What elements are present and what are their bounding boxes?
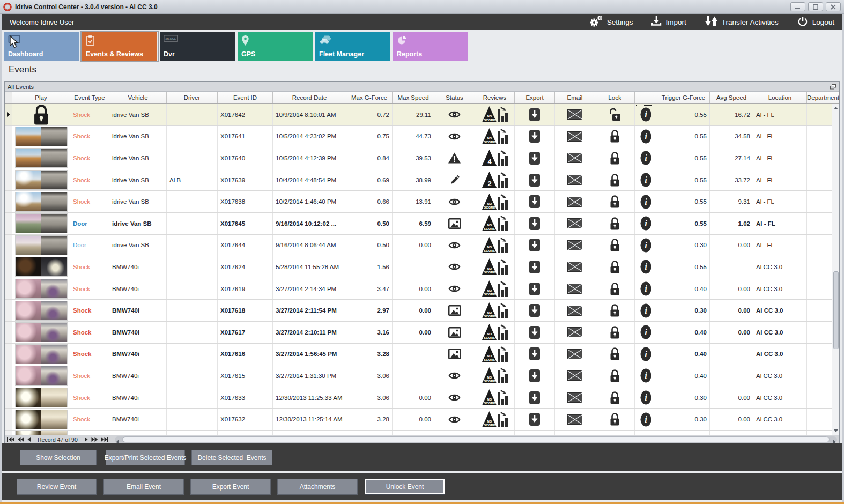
info-icon[interactable]: i xyxy=(635,213,657,234)
eye-icon[interactable] xyxy=(434,191,475,212)
email-icon[interactable] xyxy=(555,104,595,125)
unlock-event-button[interactable]: Unlock Event xyxy=(365,479,445,495)
event-thumbnail[interactable] xyxy=(12,322,70,343)
event-thumbnail[interactable] xyxy=(12,235,70,256)
event-thumbnail[interactable] xyxy=(12,126,70,147)
export-icon[interactable] xyxy=(515,322,555,343)
info-icon[interactable]: i xyxy=(635,409,657,430)
export-print-selected-events-button[interactable]: Export/Print Selected Events xyxy=(106,450,185,465)
column-header-info[interactable] xyxy=(635,92,657,103)
email-icon[interactable] xyxy=(555,300,595,321)
transfer-activities-button[interactable]: Transfer Activities xyxy=(705,16,779,28)
event-thumbnail[interactable] xyxy=(12,147,70,169)
event-row[interactable]: ShockBMW740iX01763212/30/2013 11:25:14 A… xyxy=(5,409,832,431)
column-header-email[interactable]: Email xyxy=(555,92,595,103)
export-icon[interactable] xyxy=(515,365,555,387)
lock-icon[interactable] xyxy=(595,365,635,387)
row-selector[interactable] xyxy=(5,409,12,430)
review-score-badge[interactable]: NOSCORE xyxy=(475,126,515,147)
review-score-badge[interactable] xyxy=(475,431,515,435)
eye-icon[interactable] xyxy=(434,409,475,430)
export-icon[interactable] xyxy=(515,235,555,256)
export-icon[interactable] xyxy=(515,387,555,409)
event-row[interactable]: Dooridrive Van SBX0176459/16/2014 10:12:… xyxy=(5,213,832,235)
horizontal-scroll-thumb[interactable] xyxy=(122,436,830,442)
email-icon[interactable] xyxy=(555,126,595,147)
first-record-button[interactable] xyxy=(7,437,14,442)
warning-icon[interactable] xyxy=(434,147,475,169)
event-row[interactable]: Shockidrive Van SBX01763810/2/2014 1:46:… xyxy=(5,191,832,213)
event-thumbnail[interactable] xyxy=(12,365,70,387)
export-icon[interactable] xyxy=(515,147,555,169)
email-icon[interactable] xyxy=(555,278,595,300)
lock-icon[interactable] xyxy=(595,213,635,234)
column-header-loc[interactable]: Location xyxy=(753,92,807,103)
row-selector[interactable] xyxy=(5,126,12,147)
row-selector[interactable] xyxy=(5,213,12,234)
info-icon[interactable]: i xyxy=(635,126,657,147)
review-score-badge[interactable]: 4 xyxy=(475,147,515,169)
event-row[interactable]: Shockidrive Van SBX01764010/5/2014 4:12:… xyxy=(5,147,832,169)
attachments-button[interactable]: Attachments xyxy=(277,479,358,495)
info-icon[interactable]: i xyxy=(635,235,657,256)
locked-event-icon[interactable] xyxy=(12,104,70,125)
review-score-badge[interactable]: NOSCORE xyxy=(475,278,515,300)
column-header-id[interactable]: Event ID xyxy=(218,92,273,103)
info-icon[interactable]: i xyxy=(635,344,657,365)
lock-icon[interactable] xyxy=(595,431,635,435)
email-icon[interactable] xyxy=(555,147,595,169)
review-score-badge[interactable]: NOSCORE xyxy=(475,235,515,256)
review-score-badge[interactable]: NOSCORE xyxy=(475,256,515,278)
lock-icon[interactable] xyxy=(595,169,635,191)
event-thumbnail[interactable] xyxy=(12,278,70,300)
export-icon[interactable] xyxy=(515,256,555,278)
photo-icon[interactable] xyxy=(434,300,475,321)
column-header-lock[interactable]: Lock xyxy=(595,92,635,103)
eye-icon[interactable] xyxy=(434,126,475,147)
export-icon[interactable] xyxy=(515,191,555,212)
event-thumbnail[interactable] xyxy=(12,191,70,212)
settings-button[interactable]: Settings xyxy=(589,15,633,29)
lock-icon[interactable] xyxy=(595,344,635,365)
email-event-button[interactable]: Email Event xyxy=(103,479,184,495)
row-selector[interactable] xyxy=(5,431,12,435)
photo-icon[interactable] xyxy=(434,322,475,343)
review-score-badge[interactable]: NOSCORE xyxy=(475,213,515,234)
eye-icon[interactable] xyxy=(434,235,475,256)
email-icon[interactable] xyxy=(555,169,595,191)
photo-icon[interactable] xyxy=(434,213,475,234)
row-selector[interactable] xyxy=(5,256,12,278)
info-icon[interactable]: i xyxy=(635,365,657,387)
photo-icon[interactable] xyxy=(434,344,475,365)
event-row[interactable]: Dooridrive Van SBX0176449/16/2014 8:06:4… xyxy=(5,235,832,257)
last-record-button[interactable] xyxy=(101,437,108,442)
export-icon[interactable] xyxy=(515,126,555,147)
review-score-badge[interactable]: NOSCORE xyxy=(475,365,515,387)
event-thumbnail[interactable] xyxy=(12,409,70,430)
review-score-badge[interactable]: NOSCORE xyxy=(475,344,515,365)
import-button[interactable]: Import xyxy=(651,16,686,28)
email-icon[interactable] xyxy=(555,213,595,234)
event-row[interactable]: Shockidrive Van SBX01764110/5/2014 4:23:… xyxy=(5,126,832,148)
event-row[interactable]: Shockidrive Van SBAl BX01763910/4/2014 4… xyxy=(5,169,832,191)
export-icon[interactable] xyxy=(515,409,555,430)
info-icon[interactable]: i xyxy=(635,322,657,343)
scroll-up-icon[interactable] xyxy=(832,104,839,112)
row-selector[interactable] xyxy=(5,344,12,365)
minimize-button[interactable] xyxy=(790,2,805,11)
column-header-driver[interactable]: Driver xyxy=(167,92,218,103)
eye-icon[interactable] xyxy=(434,387,475,409)
column-header-dept[interactable]: Department xyxy=(807,92,839,103)
show-selection-button[interactable]: Show Selection xyxy=(20,450,97,465)
email-icon[interactable] xyxy=(555,235,595,256)
lock-icon[interactable] xyxy=(595,126,635,147)
email-icon[interactable] xyxy=(555,409,595,430)
email-icon[interactable] xyxy=(555,256,595,278)
info-icon[interactable]: i xyxy=(635,300,657,321)
column-header-vehicle[interactable]: Vehicle xyxy=(109,92,167,103)
email-icon[interactable] xyxy=(555,191,595,212)
info-icon[interactable]: i xyxy=(635,147,657,169)
prev-record-button[interactable] xyxy=(27,437,31,442)
expand-panel-icon[interactable] xyxy=(830,84,836,90)
horizontal-scrollbar[interactable] xyxy=(115,436,837,443)
